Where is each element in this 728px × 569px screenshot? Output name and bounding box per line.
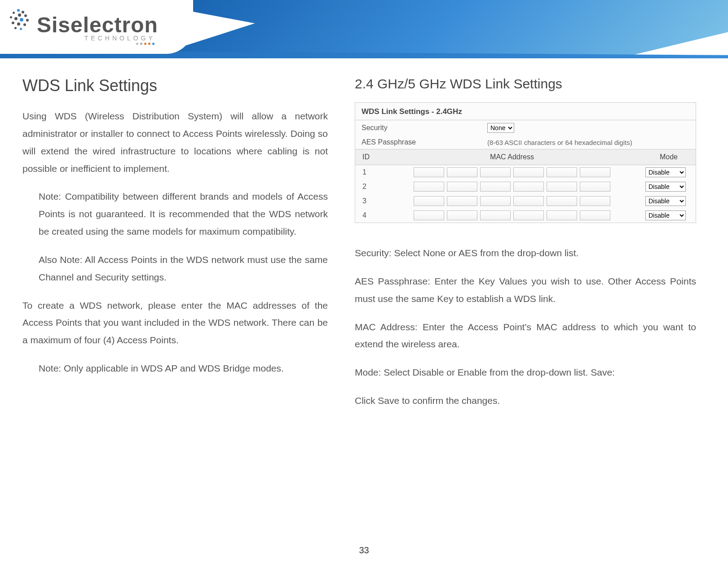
mac-segment-input[interactable] <box>513 196 544 206</box>
table-row: 2 Disable <box>355 179 696 194</box>
mac-segment-input[interactable] <box>580 182 610 192</box>
page-number: 33 <box>359 545 369 556</box>
mac-segment-input[interactable] <box>547 167 577 177</box>
brand-logo: Siselectron TECHNOLOGY <box>0 0 193 54</box>
row-id: 2 <box>355 179 382 194</box>
mac-segment-input[interactable] <box>414 196 444 206</box>
brand-name: Siselectron <box>37 13 158 37</box>
mac-segment-input[interactable] <box>547 182 577 192</box>
desc-mode: Mode: Select Disable or Enable from the … <box>355 364 696 381</box>
mac-address-fields <box>386 210 638 220</box>
mac-address-fields <box>386 182 638 192</box>
mac-segment-input[interactable] <box>414 182 444 192</box>
mode-select[interactable]: Disable <box>645 167 686 177</box>
mac-address-fields <box>386 167 638 177</box>
mac-address-fields <box>386 196 638 206</box>
create-network-paragraph: To create a WDS network, please enter th… <box>22 297 328 350</box>
th-id: ID <box>355 149 382 165</box>
mode-select[interactable]: Disable <box>645 196 686 206</box>
wds-settings-panel: WDS Link Settings - 2.4GHz Security None… <box>355 102 696 223</box>
security-label: Security <box>362 124 487 132</box>
mac-segment-input[interactable] <box>513 182 544 192</box>
mac-segment-input[interactable] <box>513 210 544 220</box>
mac-segment-input[interactable] <box>414 167 444 177</box>
mac-segment-input[interactable] <box>414 210 444 220</box>
mac-segment-input[interactable] <box>580 210 610 220</box>
panel-title: WDS Link Settings - 2.4GHz <box>355 103 696 120</box>
logo-mark-icon <box>8 8 31 31</box>
mac-segment-input[interactable] <box>447 210 477 220</box>
table-row: 4 Disable <box>355 208 696 223</box>
row-id: 4 <box>355 208 382 223</box>
mac-segment-input[interactable] <box>513 167 544 177</box>
brand-tagline: TECHNOLOGY <box>37 35 158 42</box>
note-channel: Also Note: All Access Points in the WDS … <box>22 251 328 286</box>
desc-passphrase: AES Passphrase: Enter the Key Values you… <box>355 273 696 308</box>
desc-security: Security: Select None or AES from the dr… <box>355 245 696 262</box>
mac-segment-input[interactable] <box>580 196 610 206</box>
mac-segment-input[interactable] <box>447 182 477 192</box>
th-mac: MAC Address <box>382 149 642 165</box>
passphrase-hint: (8-63 ASCII characters or 64 hexadecimal… <box>487 139 632 146</box>
passphrase-label: AES Passphrase <box>362 138 487 146</box>
security-row: Security None <box>355 120 696 136</box>
table-row: 1 Disable <box>355 165 696 180</box>
mode-select[interactable]: Disable <box>645 182 686 192</box>
security-select[interactable]: None <box>487 123 514 133</box>
mac-segment-input[interactable] <box>480 196 511 206</box>
mac-segment-input[interactable] <box>480 167 511 177</box>
row-id: 3 <box>355 194 382 208</box>
mac-segment-input[interactable] <box>547 210 577 220</box>
mode-select[interactable]: Disable <box>645 210 686 220</box>
header-banner: Siselectron TECHNOLOGY <box>0 0 728 58</box>
mac-segment-input[interactable] <box>580 167 610 177</box>
table-row: 3 Disable <box>355 194 696 208</box>
mac-segment-input[interactable] <box>447 196 477 206</box>
note-modes: Note: Only applicable in WDS AP and WDS … <box>22 360 328 377</box>
note-compatibility: Note: Compatibility between different br… <box>22 188 328 241</box>
section-title: 2.4 GHz/5 GHz WDS Link Settings <box>355 76 696 92</box>
desc-save: Click Save to confirm the changes. <box>355 392 696 410</box>
mac-segment-input[interactable] <box>480 182 511 192</box>
passphrase-row: AES Passphrase (8-63 ASCII characters or… <box>355 136 696 149</box>
desc-mac: MAC Address: Enter the Access Point's MA… <box>355 319 696 354</box>
intro-paragraph: Using WDS (Wireless Distribution System)… <box>22 108 328 177</box>
mac-segment-input[interactable] <box>547 196 577 206</box>
wds-table: ID MAC Address Mode 1 <box>355 149 696 223</box>
brand-text: Siselectron TECHNOLOGY <box>37 13 158 45</box>
row-id: 1 <box>355 165 382 180</box>
mac-segment-input[interactable] <box>480 210 511 220</box>
page-title: WDS Link Settings <box>22 76 328 95</box>
brand-dots-icon <box>37 43 158 45</box>
th-mode: Mode <box>642 149 696 165</box>
mac-segment-input[interactable] <box>447 167 477 177</box>
